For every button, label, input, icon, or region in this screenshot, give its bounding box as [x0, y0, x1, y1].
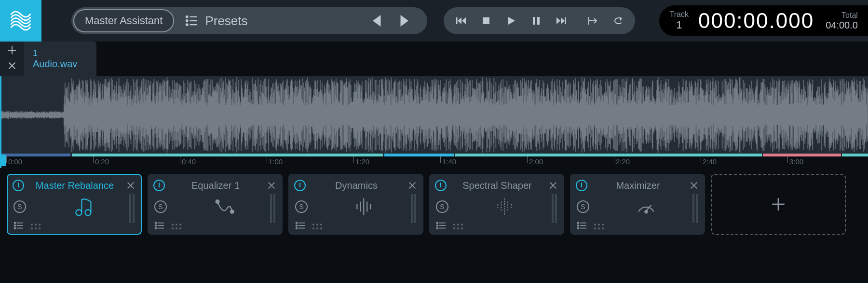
module-drag-handle[interactable] [172, 224, 181, 229]
svg-point-72 [578, 227, 579, 229]
module-meter [552, 194, 558, 223]
presets-group: Master Assistant Presets [71, 7, 427, 34]
module-title: Equalizer 1 [169, 180, 262, 191]
module-title: Master Rebalance [28, 180, 122, 191]
add-module-button[interactable] [711, 174, 846, 235]
total-time: 04:00.0 [826, 20, 858, 31]
module-close-button[interactable] [548, 180, 558, 191]
svg-rect-6 [456, 17, 458, 24]
module-presets-icon[interactable] [154, 221, 165, 232]
module-presets-icon[interactable] [295, 221, 306, 232]
ruler-label: 3:00 [789, 157, 803, 166]
pause-button[interactable] [525, 10, 547, 32]
svg-point-49 [296, 227, 298, 229]
master-assistant-button[interactable]: Master Assistant [73, 9, 174, 32]
presets-label[interactable]: Presets [205, 14, 363, 28]
module-power-button[interactable] [435, 180, 447, 191]
module-solo-button[interactable]: S [14, 200, 26, 213]
module-solo-button[interactable]: S [295, 200, 308, 213]
svg-point-0 [186, 16, 188, 18]
module-close-button[interactable] [689, 180, 699, 191]
time-display: Track 1 000:00.000 Total 04:00.0 [659, 5, 868, 36]
svg-point-47 [296, 225, 298, 226]
module-master-rebalance[interactable]: Master Rebalance S [7, 174, 142, 235]
module-drag-handle[interactable] [31, 224, 41, 229]
svg-point-62 [437, 227, 438, 229]
total-time-block: Total 04:00.0 [826, 11, 858, 31]
module-drag-handle[interactable] [453, 224, 463, 229]
svg-point-36 [155, 227, 157, 229]
module-power-button[interactable] [13, 180, 24, 191]
module-close-button[interactable] [407, 180, 418, 191]
svg-point-20 [85, 210, 91, 215]
transport-controls [444, 7, 635, 34]
file-tab[interactable]: 1 Audio.wav [24, 42, 96, 76]
module-drag-handle[interactable] [312, 224, 322, 229]
module-solo-button[interactable]: S [436, 200, 448, 213]
module-equalizer-1[interactable]: Equalizer 1 S [148, 174, 283, 235]
module-solo-button[interactable]: S [577, 200, 589, 213]
play-button[interactable] [500, 10, 522, 32]
module-meter [692, 194, 699, 223]
preset-prev-button[interactable] [368, 12, 386, 29]
ruler-label: 0:40 [182, 157, 196, 166]
ruler-label: 1:40 [442, 157, 456, 166]
close-tab-button[interactable] [7, 60, 17, 73]
module-icon [172, 194, 276, 219]
module-title: Maximizer [591, 180, 685, 191]
time-ruler[interactable]: 0:000:200:401:001:201:402:002:202:403:00 [1, 156, 868, 168]
preset-next-button[interactable] [395, 12, 413, 29]
svg-point-22 [14, 222, 16, 224]
svg-point-68 [578, 222, 579, 224]
return-button[interactable] [582, 10, 604, 32]
track-number: 1 [676, 19, 682, 31]
add-tab-button[interactable] [7, 45, 17, 57]
svg-point-70 [578, 225, 579, 226]
module-power-button[interactable] [294, 180, 306, 191]
module-power-button[interactable] [153, 180, 165, 191]
waveform-area[interactable]: 0:000:200:401:001:201:402:002:202:403:00 [0, 76, 868, 168]
module-close-button[interactable] [266, 180, 277, 191]
module-presets-icon[interactable] [577, 221, 587, 232]
module-drag-handle[interactable] [594, 224, 604, 229]
module-presets-icon[interactable] [436, 221, 447, 232]
tabs-row: 1 Audio.wav [0, 42, 868, 76]
tab-controls [0, 42, 24, 76]
module-close-button[interactable] [125, 180, 136, 191]
ruler-label: 1:20 [355, 157, 369, 166]
app-logo-icon[interactable] [0, 0, 41, 42]
svg-point-32 [155, 222, 157, 224]
svg-rect-10 [565, 17, 566, 24]
master-assistant-label: Master Assistant [85, 14, 163, 27]
module-spectral-shaper[interactable]: Spectral Shaper S [429, 174, 564, 235]
module-icon [312, 194, 417, 219]
module-solo-button[interactable]: S [154, 200, 167, 213]
svg-point-45 [296, 222, 298, 224]
svg-point-2 [186, 20, 188, 22]
ruler-start-marker[interactable] [1, 155, 6, 166]
module-power-button[interactable] [576, 180, 587, 191]
list-icon[interactable] [185, 14, 198, 28]
stop-button[interactable] [475, 10, 497, 32]
module-dynamics[interactable]: Dynamics S [288, 174, 423, 235]
skip-start-button[interactable] [450, 10, 472, 32]
module-meter [411, 194, 418, 223]
module-presets-icon[interactable] [14, 221, 24, 232]
tab-number: 1 [33, 48, 77, 58]
svg-point-24 [14, 225, 16, 226]
svg-point-34 [155, 225, 157, 226]
module-maximizer[interactable]: Maximizer S [570, 174, 705, 235]
svg-point-58 [437, 222, 438, 224]
ruler-label: 0:00 [8, 157, 22, 166]
ruler-label: 2:00 [529, 157, 543, 166]
waveform-canvas[interactable] [1, 76, 868, 154]
track-label: Track [670, 10, 689, 19]
main-time: 000:00.000 [698, 9, 814, 33]
tab-filename: Audio.wav [33, 58, 77, 70]
skip-end-button[interactable] [550, 10, 572, 32]
ruler-label: 2:20 [616, 157, 630, 166]
loop-button[interactable] [607, 10, 629, 32]
module-strip: Master Rebalance S Equalizer 1 S [0, 168, 868, 241]
transport-divider [577, 11, 577, 30]
track-indicator: Track 1 [670, 10, 689, 31]
